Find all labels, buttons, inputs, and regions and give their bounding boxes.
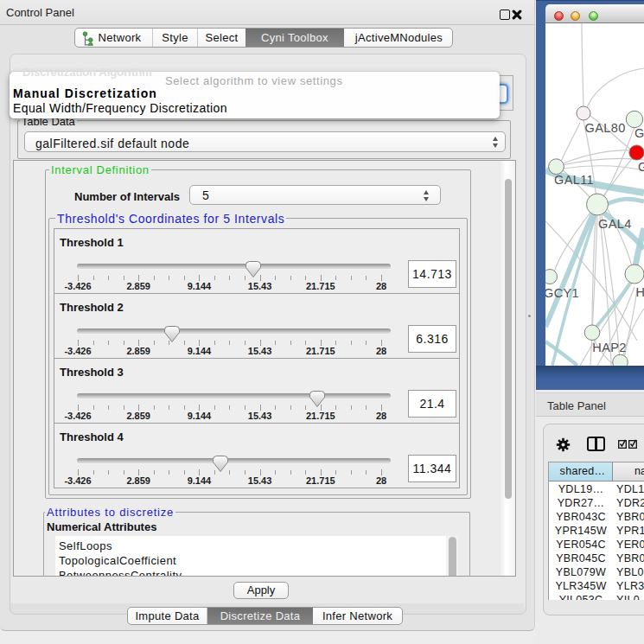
svg-text:H: H xyxy=(636,285,644,299)
svg-text:GA: GA xyxy=(634,126,644,140)
svg-text:GAL11: GAL11 xyxy=(554,173,594,187)
svg-text:G: G xyxy=(638,160,644,174)
svg-text:GAL4: GAL4 xyxy=(598,217,632,231)
svg-text:GAL80: GAL80 xyxy=(585,121,626,135)
svg-text:HAP2: HAP2 xyxy=(592,341,626,354)
svg-text:GCY1: GCY1 xyxy=(545,286,579,300)
